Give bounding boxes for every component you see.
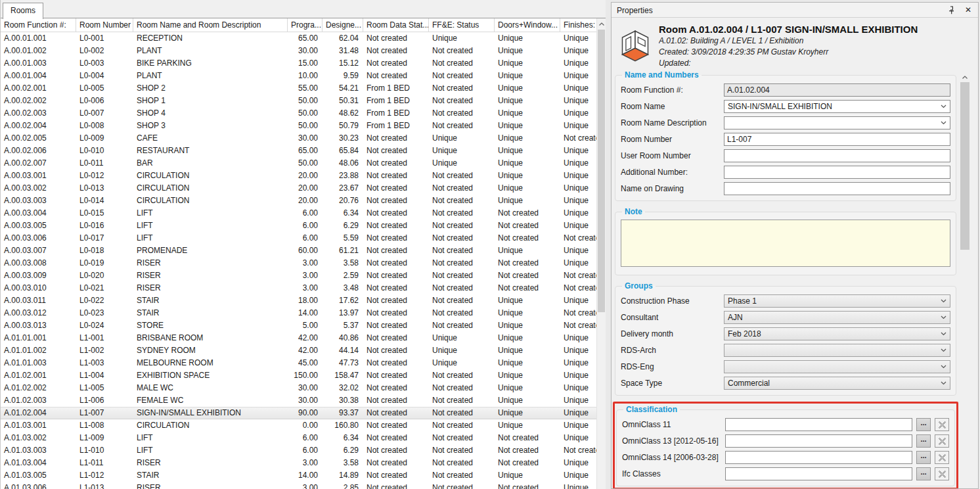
browse-button[interactable]: ... xyxy=(916,434,931,448)
table-row[interactable]: A.00.03.010 L0-021 RISER 3.00 3.48 Not c… xyxy=(1,282,597,294)
col-header-room-number[interactable]: Room Number xyxy=(76,18,133,32)
browse-button[interactable]: ... xyxy=(916,451,931,464)
group-field-select[interactable]: Phase 1 xyxy=(724,294,950,308)
browse-button[interactable]: ... xyxy=(916,467,931,480)
cell-finishes: Unique xyxy=(560,382,597,394)
col-header-ffe-status[interactable]: FF&E: Status xyxy=(429,18,495,32)
table-row[interactable]: A.00.01.001 L0-001 RECEPTION 65.00 62.04… xyxy=(1,32,597,45)
room-number-field[interactable] xyxy=(724,133,950,146)
group-field-select[interactable] xyxy=(724,344,950,357)
cell-doors-windows: Not created xyxy=(495,282,560,294)
table-row[interactable]: A.00.02.007 L0-011 BAR 50.00 48.06 Not c… xyxy=(1,157,597,170)
cell-room-name: FEMALE WC xyxy=(133,394,288,407)
table-row[interactable]: A.01.03.002 L1-009 LIFT 6.00 6.34 Not cr… xyxy=(1,432,597,444)
table-row[interactable]: A.00.01.002 L0-002 PLANT 30.00 31.48 Not… xyxy=(1,45,597,57)
scroll-up-icon[interactable] xyxy=(597,18,606,29)
cell-room-data-status: Not created xyxy=(363,407,429,419)
table-row[interactable]: A.00.03.009 L0-020 RISER 3.00 2.59 Not c… xyxy=(1,269,597,282)
cell-designed: 44.14 xyxy=(323,344,363,357)
group-field-select[interactable]: AJN xyxy=(724,311,950,324)
cell-room-name: LIFT xyxy=(133,232,288,244)
table-row[interactable]: A.01.01.002 L1-002 SYDNEY ROOM 42.00 44.… xyxy=(1,344,597,357)
table-row[interactable]: A.01.02.001 L1-004 EXHIBITION SPACE 150.… xyxy=(1,369,597,382)
classification-field-input[interactable] xyxy=(725,418,912,431)
table-row[interactable]: A.00.03.012 L0-023 STAIR 14.00 13.97 Not… xyxy=(1,307,597,319)
table-row[interactable]: A.01.01.003 L1-003 MELBOURNE ROOM 45.00 … xyxy=(1,357,597,369)
table-row[interactable]: A.00.02.001 L0-005 SHOP 2 55.00 54.21 Fr… xyxy=(1,82,597,95)
table-row[interactable]: A.00.01.004 L0-004 PLANT 10.00 9.59 Not … xyxy=(1,70,597,82)
col-header-finishes[interactable]: Finishes: St xyxy=(560,18,597,32)
cell-finishes: Unique xyxy=(560,394,597,407)
table-row[interactable]: A.00.02.006 L0-010 RESTAURANT 65.00 65.8… xyxy=(1,145,597,157)
room-name-select[interactable]: SIGN-IN/SMALL EXHIBITION xyxy=(724,100,950,113)
table-row[interactable]: A.01.03.006 L1-013 RISER 3.00 2.85 Not c… xyxy=(1,482,597,489)
group-field-select[interactable] xyxy=(724,360,950,373)
table-vertical-scrollbar[interactable] xyxy=(596,18,606,489)
table-row[interactable]: A.00.03.007 L0-018 PROMENADE 60.00 61.21… xyxy=(1,244,597,257)
room-name-description-select[interactable] xyxy=(724,116,950,129)
col-header-programmed[interactable]: Progra... xyxy=(288,18,323,32)
user-room-number-field[interactable] xyxy=(724,149,950,162)
table-row[interactable]: A.00.01.003 L0-003 BIKE PARKING 15.00 15… xyxy=(1,57,597,70)
table-row[interactable]: A.00.02.005 L0-009 CAFE 30.00 30.23 Not … xyxy=(1,132,597,145)
col-header-doors-windows[interactable]: Doors+Window... xyxy=(495,18,560,32)
col-header-room-function[interactable]: Room Function #: xyxy=(1,18,76,32)
cell-finishes: Unique xyxy=(560,332,597,344)
clear-icon[interactable] xyxy=(935,467,949,480)
table-row[interactable]: A.00.03.005 L0-016 LIFT 6.00 6.29 Not cr… xyxy=(1,220,597,232)
col-header-designed[interactable]: Designe... xyxy=(323,18,363,32)
table-row[interactable]: A.00.03.006 L0-017 LIFT 6.00 5.59 Not cr… xyxy=(1,232,597,244)
table-row[interactable]: A.01.03.004 L1-011 RISER 3.00 3.58 Not c… xyxy=(1,457,597,469)
table-row[interactable]: A.00.02.003 L0-007 SHOP 4 50.00 48.62 Fr… xyxy=(1,107,597,120)
classification-field-row: OmniClass 14 [2006-03-28] ... xyxy=(622,451,949,464)
cell-finishes: Unique xyxy=(560,32,597,45)
scroll-up-icon[interactable] xyxy=(960,72,970,82)
close-icon[interactable]: ✕ xyxy=(964,5,973,14)
table-row[interactable]: A.01.01.001 L1-001 BRISBANE ROOM 42.00 4… xyxy=(1,332,597,344)
room-function-field[interactable] xyxy=(724,83,950,97)
table-row[interactable]: A.00.03.011 L0-022 STAIR 18.00 17.62 Not… xyxy=(1,294,597,307)
table-row[interactable]: A.00.02.004 L0-008 SHOP 3 50.00 50.79 Fr… xyxy=(1,120,597,132)
cell-room-data-status: Not created xyxy=(363,257,429,269)
table-row[interactable]: A.01.03.005 L1-012 STAIR 14.00 14.89 Not… xyxy=(1,469,597,482)
classification-field-input[interactable] xyxy=(725,467,912,480)
additional-number-field[interactable] xyxy=(724,166,950,179)
name-on-drawing-field[interactable] xyxy=(724,182,950,195)
table-row[interactable]: A.00.03.013 L0-024 STORE 5.00 5.37 Not c… xyxy=(1,319,597,332)
classification-field-input[interactable] xyxy=(725,434,912,448)
col-header-room-name[interactable]: Room Name and Room Description xyxy=(133,18,288,32)
properties-vertical-scrollbar[interactable] xyxy=(960,72,970,487)
table-row[interactable]: A.00.03.003 L0-014 CIRCULATION 20.00 20.… xyxy=(1,195,597,207)
pin-icon[interactable] xyxy=(947,5,956,14)
group-field-select[interactable]: Feb 2018 xyxy=(724,327,950,340)
table-row[interactable]: A.00.03.002 L0-013 CIRCULATION 20.00 23.… xyxy=(1,182,597,195)
cell-room-data-status: Not created xyxy=(363,220,429,232)
properties-scrollbar-thumb[interactable] xyxy=(960,82,969,250)
group-field-select[interactable]: Commercial xyxy=(724,377,950,390)
table-row[interactable]: A.00.03.008 L0-019 RISER 3.00 3.58 Not c… xyxy=(1,257,597,269)
col-header-room-data-status[interactable]: Room Data Stat... xyxy=(363,18,429,32)
table-row[interactable]: A.00.03.004 L0-015 LIFT 6.00 6.34 Not cr… xyxy=(1,207,597,220)
clear-icon[interactable] xyxy=(935,418,949,431)
table-row[interactable]: A.00.03.001 L0-012 CIRCULATION 20.00 23.… xyxy=(1,170,597,182)
table-row[interactable]: A.01.02.003 L1-006 FEMALE WC 30.00 30.38… xyxy=(1,394,597,407)
cell-designed: 3.58 xyxy=(323,457,363,469)
table-row[interactable]: A.01.03.003 L1-010 LIFT 6.00 6.29 Not cr… xyxy=(1,444,597,457)
browse-button[interactable]: ... xyxy=(916,418,931,431)
cell-programmed: 60.00 xyxy=(288,244,323,257)
table-row[interactable]: A.01.02.002 L1-005 MALE WC 30.00 32.02 N… xyxy=(1,382,597,394)
classification-field-input[interactable] xyxy=(725,451,912,464)
cell-programmed: 20.00 xyxy=(288,195,323,207)
cell-room-number: L0-023 xyxy=(76,307,133,319)
classification-highlight: Classification OmniClass 11 ... Omn xyxy=(613,402,958,489)
tab-rooms[interactable]: Rooms xyxy=(3,3,43,19)
table-row[interactable]: A.01.02.004 L1-007 SIGN-IN/SMALL EXHIBIT… xyxy=(1,407,597,419)
table-scrollbar-thumb[interactable] xyxy=(598,30,605,312)
additional-number-label: Additional Number: xyxy=(621,168,724,177)
cell-ffe-status: Not created xyxy=(429,107,495,120)
table-row[interactable]: A.01.03.001 L1-008 CIRCULATION 0.00 160.… xyxy=(1,419,597,432)
note-textarea[interactable] xyxy=(621,220,950,267)
clear-icon[interactable] xyxy=(935,434,949,448)
table-row[interactable]: A.00.02.002 L0-006 SHOP 1 50.00 50.31 Fr… xyxy=(1,95,597,107)
clear-icon[interactable] xyxy=(935,451,949,464)
